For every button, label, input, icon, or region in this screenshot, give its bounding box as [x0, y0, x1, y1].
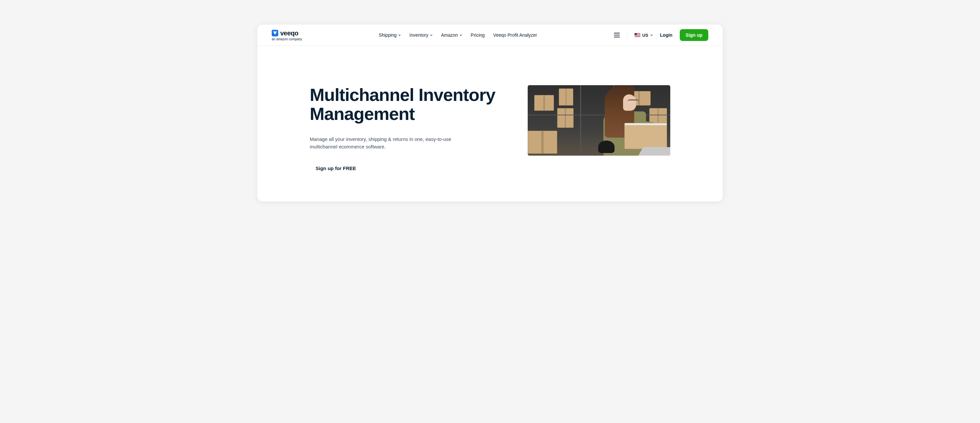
glasses-icon	[628, 100, 639, 103]
signup-button[interactable]: Sign up	[680, 29, 708, 41]
logo-brand-text: veeqo	[280, 30, 298, 37]
header-right: US Login Sign up	[614, 29, 709, 41]
nav-profit-analyzer[interactable]: Veeqo Profit Analyzer	[493, 32, 537, 38]
hero-subtitle: Manage all your inventory, shipping & re…	[310, 135, 454, 151]
nav-pricing-label: Pricing	[471, 32, 485, 38]
shelf-bar-icon	[580, 85, 581, 156]
chevron-down-icon	[460, 35, 462, 36]
nav-pricing[interactable]: Pricing	[471, 32, 485, 38]
nav-shipping-label: Shipping	[379, 32, 397, 38]
hero-title: Multichannel Inventory Management	[310, 85, 515, 124]
hamburger-line-icon	[614, 37, 620, 37]
nav-inventory-label: Inventory	[409, 32, 428, 38]
front-box-icon	[624, 123, 667, 149]
menu-button[interactable]	[614, 33, 620, 37]
locale-selector[interactable]: US	[635, 33, 653, 38]
hero-section: Multichannel Inventory Management Manage…	[257, 46, 723, 191]
scanner-icon	[598, 141, 614, 153]
hamburger-line-icon	[614, 33, 620, 33]
nav-amazon[interactable]: Amazon	[441, 32, 462, 38]
laptop-icon	[638, 147, 670, 156]
us-flag-icon	[635, 33, 640, 37]
hamburger-line-icon	[614, 35, 620, 35]
box-icon	[557, 108, 574, 128]
nav-amazon-label: Amazon	[441, 32, 458, 38]
login-link[interactable]: Login	[660, 32, 673, 38]
site-header: veeqo an amazon company Shipping Invento…	[257, 25, 723, 46]
hero-image	[528, 85, 670, 156]
box-icon	[534, 95, 554, 111]
vertical-divider	[627, 31, 627, 39]
chevron-down-icon	[430, 35, 433, 36]
signup-free-link[interactable]: Sign up for FREE	[310, 165, 356, 171]
locale-code: US	[643, 33, 648, 38]
page-card: veeqo an amazon company Shipping Invento…	[257, 25, 723, 202]
box-icon	[559, 89, 573, 105]
logo-row: veeqo	[272, 30, 298, 37]
nav-shipping[interactable]: Shipping	[379, 32, 401, 38]
hero-left: Multichannel Inventory Management Manage…	[277, 85, 515, 171]
logo-mark-icon	[272, 30, 278, 37]
logo[interactable]: veeqo an amazon company	[272, 30, 302, 41]
box-icon	[528, 131, 557, 154]
nav-inventory[interactable]: Inventory	[409, 32, 433, 38]
primary-nav: Shipping Inventory Amazon Pricing Veeqo …	[379, 32, 537, 38]
chevron-down-icon	[650, 35, 653, 36]
nav-analyzer-label: Veeqo Profit Analyzer	[493, 32, 537, 38]
chevron-down-icon	[398, 35, 401, 36]
logo-tagline: an amazon company	[272, 37, 302, 41]
